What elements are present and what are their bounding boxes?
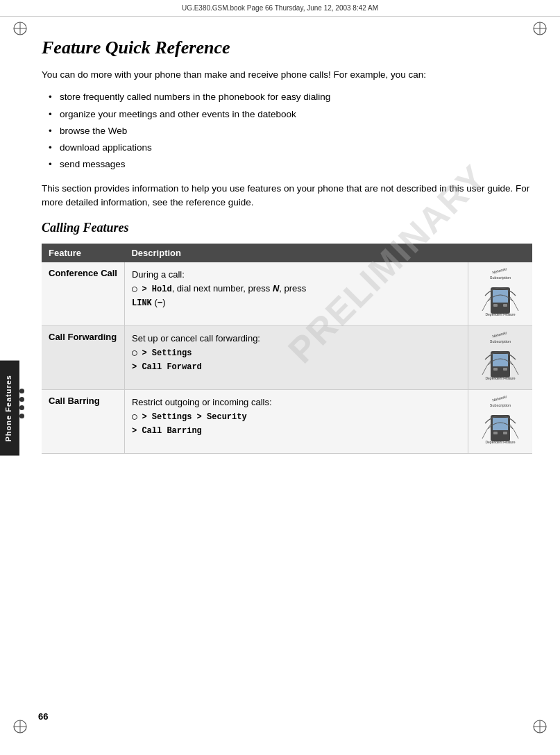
page-number: 66 [38, 711, 48, 722]
feature-desc-conference: During a call: ◯ > Hold, dial next numbe… [124, 262, 468, 326]
header-bar: UG.E380.GSM.book Page 66 Thursday, June … [0, 0, 560, 17]
corner-mark-bl [12, 719, 28, 734]
svg-text:Subscription: Subscription [490, 339, 511, 343]
svg-text:Network/: Network/ [492, 332, 508, 339]
intro-text: You can do more with your phone than mak… [42, 68, 532, 82]
feature-desc-barring: Restrict outgoing or incoming calls: ◯ >… [124, 390, 468, 454]
table-row: Call Barring Restrict outgoing or incomi… [42, 390, 532, 454]
svg-rect-22 [503, 368, 507, 371]
table-header-feature: Feature [42, 244, 124, 262]
network-subscription-icon: Network/ Subscription Dependent Feature [475, 268, 525, 318]
table-row: Call Forwarding Set up or cancel call fo… [42, 326, 532, 390]
svg-text:Dependent Feature: Dependent Feature [485, 376, 515, 380]
table-header-description: Description [124, 244, 468, 262]
svg-text:Network/: Network/ [492, 268, 508, 275]
main-content: Feature Quick Reference You can do more … [42, 37, 532, 495]
side-tab: Phone Features [0, 361, 19, 456]
svg-text:Dependent Feature: Dependent Feature [485, 440, 515, 444]
side-dot-4 [19, 414, 24, 418]
subsection-heading: Calling Features [42, 221, 532, 235]
list-item: send messages [49, 158, 532, 171]
corner-mark-br [532, 719, 548, 734]
page-title: Feature Quick Reference [42, 37, 532, 58]
corner-mark-tl [12, 21, 28, 36]
network-subscription-icon-2: Network/ Subscription Dependent Feature [475, 332, 525, 382]
feature-desc-forwarding: Set up or cancel call forwarding: ◯ > Se… [124, 326, 468, 390]
feature-table: Feature Description Conference Call Duri… [42, 244, 532, 454]
feature-icon-forwarding: Network/ Subscription Dependent Feature [468, 326, 533, 390]
svg-rect-15 [503, 304, 507, 307]
svg-rect-29 [503, 432, 507, 434]
header-text: UG.E380.GSM.book Page 66 Thursday, June … [182, 4, 378, 12]
feature-name-barring: Call Barring [42, 390, 124, 454]
feature-name-forwarding: Call Forwarding [42, 326, 124, 390]
section-text: This section provides information to hel… [42, 182, 532, 210]
corner-mark-tr [532, 21, 548, 36]
svg-text:Subscription: Subscription [490, 403, 511, 407]
side-dot-2 [19, 397, 24, 402]
side-dots [19, 389, 24, 418]
bullet-list: store frequently called numbers in the p… [49, 90, 532, 171]
side-dot-3 [19, 405, 24, 410]
svg-rect-14 [493, 304, 498, 307]
list-item: browse the Web [49, 124, 532, 138]
svg-rect-21 [493, 368, 498, 371]
list-item: store frequently called numbers in the p… [49, 90, 532, 104]
table-header-icon [468, 244, 533, 262]
feature-icon-barring: Network/ Subscription Dependent Feature [468, 390, 533, 454]
list-item: download applications [49, 141, 532, 155]
feature-name-conference: Conference Call [42, 262, 124, 326]
feature-icon-conference: Network/ Subscription Dependent Feature [468, 262, 533, 326]
network-subscription-icon-3: Network/ Subscription Dependent Feature [475, 396, 525, 446]
svg-text:Network/: Network/ [492, 396, 508, 402]
side-dot-1 [19, 389, 24, 393]
table-row: Conference Call During a call: ◯ > Hold,… [42, 262, 532, 326]
page-container: UG.E380.GSM.book Page 66 Thursday, June … [0, 0, 560, 755]
svg-rect-28 [493, 432, 498, 434]
list-item: organize your meetings and other events … [49, 108, 532, 121]
svg-text:Dependent Feature: Dependent Feature [485, 312, 515, 316]
svg-text:Subscription: Subscription [490, 275, 511, 280]
